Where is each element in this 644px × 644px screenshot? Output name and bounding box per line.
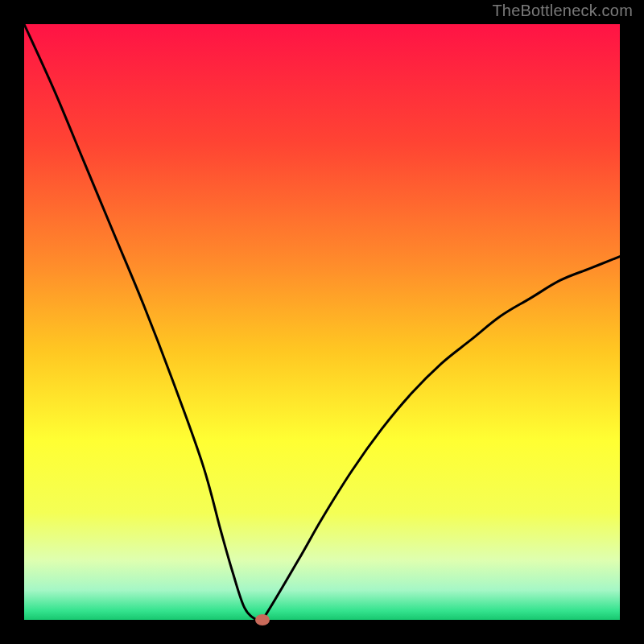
bottleneck-chart [0, 0, 644, 644]
optimal-point-marker [255, 614, 270, 625]
watermark-text: TheBottleneck.com [492, 2, 633, 20]
chart-frame: TheBottleneck.com [0, 0, 644, 644]
gradient-background [24, 24, 620, 620]
